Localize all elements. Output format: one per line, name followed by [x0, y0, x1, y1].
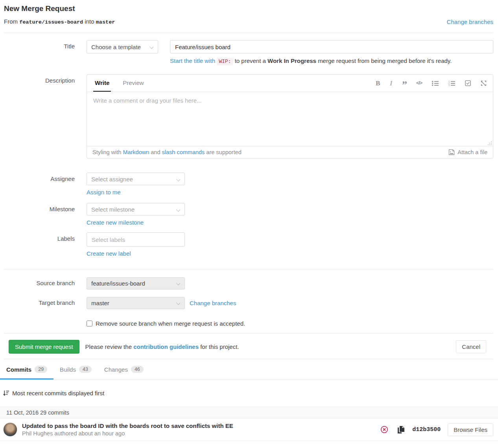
wip-hint: Start the title with WIP: to prevent a W… [170, 57, 493, 65]
tab-changes-label: Changes [104, 366, 128, 373]
builds-count-badge: 43 [79, 366, 92, 373]
supported-text: are supported [206, 149, 241, 155]
submit-merge-request-button[interactable]: Submit merge request [9, 340, 79, 354]
page-header: New Merge Request From feature/issues-bo… [4, 0, 493, 33]
tab-preview[interactable]: Preview [121, 75, 145, 92]
cancel-button[interactable]: Cancel [456, 340, 486, 353]
chevron-down-icon [176, 301, 180, 305]
tab-builds-label: Builds [60, 366, 76, 373]
code-icon[interactable]: </> [416, 81, 422, 86]
slash-commands-link[interactable]: slash commands [162, 149, 205, 155]
branch-summary-row: From feature/issues-board into master Ch… [4, 18, 493, 33]
description-textarea[interactable] [87, 92, 493, 146]
copy-sha-icon[interactable] [398, 426, 404, 433]
quote-icon[interactable]: ” [402, 80, 406, 90]
source-branch-value: feature/issues-board [91, 280, 145, 287]
merge-request-form: Title Choose a template Start the title … [4, 33, 493, 333]
remove-source-branch-checkbox[interactable] [87, 321, 92, 326]
sort-note: Most recent commits displayed first [3, 390, 498, 396]
avatar[interactable] [3, 422, 17, 437]
milestone-label: Milestone [4, 203, 75, 226]
changes-count-badge: 46 [131, 366, 144, 373]
page-title: New Merge Request [4, 4, 493, 13]
and-text: and [151, 149, 160, 155]
description-label: Description [4, 74, 75, 159]
labels-input[interactable] [87, 232, 185, 247]
italic-icon[interactable]: I [390, 80, 392, 87]
remove-source-branch-option[interactable]: Remove source branch when merge request … [87, 320, 493, 333]
chevron-down-icon [176, 281, 180, 285]
form-actions: Submit merge request Please review the c… [4, 333, 493, 359]
contribution-guidelines-link[interactable]: contribution guidelines [133, 343, 199, 350]
labels-label: Labels [4, 232, 75, 257]
tab-commits-label: Commits [6, 366, 31, 373]
markdown-toolbar: B I ” </> 123 [376, 75, 487, 92]
target-branch-value: master [91, 300, 109, 306]
branch-summary: From feature/issues-board into master [4, 18, 115, 25]
title-row: Title Choose a template Start the title … [4, 40, 493, 65]
commit-row: Updated to pass the board ID with the bo… [0, 419, 498, 441]
into-label: into [85, 18, 94, 25]
labels-row: Labels Create new label [4, 232, 493, 257]
assign-to-me-link[interactable]: Assign to me [87, 189, 121, 195]
source-branch-row: Source branch feature/issues-board [4, 277, 493, 289]
chevron-down-icon [176, 208, 180, 212]
tab-changes[interactable]: Changes 46 [98, 359, 150, 380]
review-note-post: for this project. [200, 343, 239, 350]
wip-code: WIP: [217, 58, 233, 65]
attach-image-icon [448, 149, 455, 155]
sort-descending-icon [3, 390, 9, 396]
create-label-link[interactable]: Create new label [87, 250, 131, 257]
create-milestone-link[interactable]: Create new milestone [87, 219, 144, 226]
chevron-down-icon [149, 45, 153, 49]
tab-write[interactable]: Write [93, 75, 111, 92]
target-branch-dropdown: master [87, 297, 185, 309]
tab-builds[interactable]: Builds 43 [53, 359, 98, 380]
commit-title-link[interactable]: Updated to pass the board ID with the bo… [22, 422, 233, 429]
attach-file-label: Attach a file [457, 149, 487, 155]
markdown-editor: Write Preview B I ” </> 123 [87, 74, 493, 159]
title-label: Title [4, 40, 75, 65]
browse-files-button[interactable]: Browse Files [448, 423, 493, 436]
chevron-down-icon [176, 177, 180, 181]
markdown-link[interactable]: Markdown [123, 149, 149, 155]
description-row: Description Write Preview B I ” </> [4, 74, 493, 159]
source-branch-dropdown: feature/issues-board [87, 277, 185, 289]
section-divider [4, 269, 493, 269]
commit-actions: d12b3500 Browse Files [380, 423, 493, 436]
source-branch-name: feature/issues-board [19, 19, 83, 25]
commits-count-badge: 29 [35, 366, 47, 373]
milestone-dropdown[interactable]: Select milestone [87, 203, 185, 216]
target-branch-row: Target branch master Change branches [4, 297, 493, 309]
merge-request-tabs: Commits 29 Builds 43 Changes 46 [0, 359, 498, 380]
svg-text:3: 3 [448, 84, 450, 86]
target-branch-label: Target branch [4, 297, 75, 309]
title-input[interactable] [170, 40, 493, 53]
milestone-row: Milestone Select milestone Create new mi… [4, 203, 493, 226]
wip-hint-mid: to prevent a [235, 57, 266, 64]
milestone-dropdown-label: Select milestone [91, 206, 135, 213]
ci-status-failed-icon[interactable] [380, 426, 388, 433]
sort-note-text: Most recent commits displayed first [12, 390, 104, 396]
resize-handle[interactable] [488, 141, 492, 145]
numbered-list-icon[interactable]: 123 [448, 81, 455, 86]
commit-date-header: 11 Oct, 2016 29 commits [0, 407, 498, 419]
change-branches-link[interactable]: Change branches [447, 18, 493, 25]
bold-icon[interactable]: B [376, 80, 380, 87]
wip-hint-link[interactable]: Start the title with [170, 57, 215, 64]
template-dropdown[interactable]: Choose a template [87, 40, 158, 53]
bullet-list-icon[interactable] [432, 81, 439, 86]
task-list-icon[interactable] [465, 80, 471, 86]
review-note-pre: Please review the [85, 343, 132, 350]
change-branches-link-2[interactable]: Change branches [190, 297, 236, 309]
assignee-dropdown[interactable]: Select assignee [87, 173, 185, 185]
attach-file-button[interactable]: Attach a file [448, 149, 487, 155]
commit-sha-link[interactable]: d12b3500 [412, 426, 441, 433]
from-label: From [4, 18, 18, 25]
assignee-dropdown-label: Select assignee [91, 176, 133, 183]
styling-with-text: Styling with [92, 149, 121, 155]
assignee-row: Assignee Select assignee Assign to me [4, 173, 493, 195]
fullscreen-icon[interactable] [481, 80, 487, 86]
commit-meta: Phil Hughes authored about an hour ago [22, 430, 233, 437]
tab-commits[interactable]: Commits 29 [0, 359, 53, 380]
